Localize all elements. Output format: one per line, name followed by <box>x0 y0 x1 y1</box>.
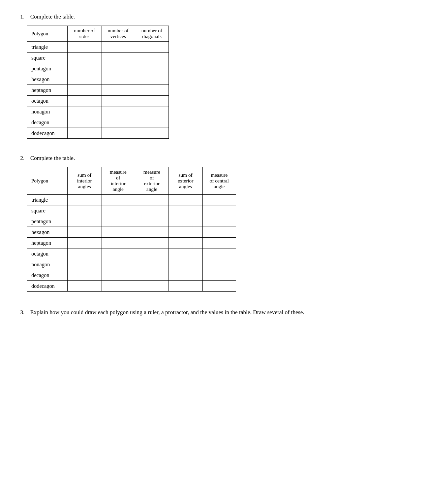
table1-header-diagonals: number ofdiagonals <box>135 26 169 42</box>
polygon-name: dodecagon <box>27 281 68 292</box>
sum-interior-cell <box>68 195 101 205</box>
table-2: Polygon sum ofinteriorangles measureofin… <box>27 167 236 292</box>
measure-exterior-cell <box>135 248 169 259</box>
vertices-cell <box>101 117 135 128</box>
diagonals-cell <box>135 63 169 74</box>
table2-header-measure-exterior: measureofexteriorangle <box>135 167 169 195</box>
polygon-name: triangle <box>27 42 68 53</box>
vertices-cell <box>101 128 135 139</box>
sides-cell <box>68 53 101 63</box>
sum-interior-cell <box>68 227 101 238</box>
sum-exterior-cell <box>169 259 203 270</box>
question-3-text: 3. Explain how you could draw each polyg… <box>20 308 407 317</box>
table-1: Polygon number ofsides number ofvertices… <box>27 26 169 139</box>
sides-cell <box>68 42 101 53</box>
table-row: octagon <box>27 96 169 106</box>
table-row: triangle <box>27 195 236 205</box>
polygon-name: heptagon <box>27 85 68 96</box>
measure-exterior-cell <box>135 259 169 270</box>
measure-exterior-cell <box>135 227 169 238</box>
sides-cell <box>68 74 101 85</box>
sum-exterior-cell <box>169 270 203 281</box>
diagonals-cell <box>135 85 169 96</box>
question-3: 3. Explain how you could draw each polyg… <box>20 308 407 317</box>
diagonals-cell <box>135 42 169 53</box>
measure-interior-cell <box>101 205 135 216</box>
measure-central-cell <box>203 216 236 227</box>
table-row: nonagon <box>27 106 169 117</box>
vertices-cell <box>101 53 135 63</box>
measure-central-cell <box>203 281 236 292</box>
polygon-name: decagon <box>27 270 68 281</box>
polygon-name: nonagon <box>27 106 68 117</box>
measure-interior-cell <box>101 281 135 292</box>
table1-header-vertices: number ofvertices <box>101 26 135 42</box>
sum-exterior-cell <box>169 205 203 216</box>
measure-interior-cell <box>101 195 135 205</box>
measure-central-cell <box>203 238 236 248</box>
table-row: pentagon <box>27 63 169 74</box>
table-row: dodecagon <box>27 128 169 139</box>
table-row: octagon <box>27 248 236 259</box>
diagonals-cell <box>135 53 169 63</box>
sides-cell <box>68 117 101 128</box>
polygon-name: decagon <box>27 117 68 128</box>
sum-exterior-cell <box>169 248 203 259</box>
diagonals-cell <box>135 128 169 139</box>
polygon-name: hexagon <box>27 227 68 238</box>
question-2: 2. Complete the table. Polygon sum ofint… <box>20 155 407 292</box>
table-row: square <box>27 53 169 63</box>
sum-exterior-cell <box>169 281 203 292</box>
sum-exterior-cell <box>169 195 203 205</box>
measure-central-cell <box>203 227 236 238</box>
sum-interior-cell <box>68 216 101 227</box>
table-row: nonagon <box>27 259 236 270</box>
table-row: hexagon <box>27 74 169 85</box>
diagonals-cell <box>135 96 169 106</box>
vertices-cell <box>101 85 135 96</box>
table-row: decagon <box>27 270 236 281</box>
vertices-cell <box>101 63 135 74</box>
measure-interior-cell <box>101 227 135 238</box>
polygon-name: nonagon <box>27 259 68 270</box>
measure-interior-cell <box>101 216 135 227</box>
sides-cell <box>68 96 101 106</box>
measure-central-cell <box>203 259 236 270</box>
question-3-body: Explain how you could draw each polygon … <box>30 309 304 315</box>
question-1: 1. Complete the table. Polygon number of… <box>20 13 407 139</box>
measure-exterior-cell <box>135 195 169 205</box>
measure-exterior-cell <box>135 270 169 281</box>
sum-interior-cell <box>68 205 101 216</box>
measure-central-cell <box>203 205 236 216</box>
diagonals-cell <box>135 74 169 85</box>
measure-central-cell <box>203 195 236 205</box>
table-row: dodecagon <box>27 281 236 292</box>
table2-header-sum-interior: sum ofinteriorangles <box>68 167 101 195</box>
polygon-name: octagon <box>27 248 68 259</box>
diagonals-cell <box>135 117 169 128</box>
measure-interior-cell <box>101 248 135 259</box>
sides-cell <box>68 106 101 117</box>
vertices-cell <box>101 96 135 106</box>
vertices-cell <box>101 42 135 53</box>
sum-interior-cell <box>68 281 101 292</box>
table-row: square <box>27 205 236 216</box>
question-1-number: 1. <box>20 13 25 20</box>
polygon-name: octagon <box>27 96 68 106</box>
table-row: heptagon <box>27 85 169 96</box>
table1-header-polygon: Polygon <box>27 26 68 42</box>
question-1-label: 1. Complete the table. <box>20 13 407 20</box>
table2-header-measure-interior: measureofinteriorangle <box>101 167 135 195</box>
question-3-number: 3. <box>20 309 25 315</box>
measure-exterior-cell <box>135 216 169 227</box>
table-row: hexagon <box>27 227 236 238</box>
table1-header-sides: number ofsides <box>68 26 101 42</box>
polygon-name: pentagon <box>27 216 68 227</box>
sum-interior-cell <box>68 270 101 281</box>
question-2-text: Complete the table. <box>30 155 75 161</box>
sum-interior-cell <box>68 248 101 259</box>
sum-exterior-cell <box>169 216 203 227</box>
question-1-text: Complete the table. <box>30 13 75 20</box>
sum-exterior-cell <box>169 227 203 238</box>
sum-interior-cell <box>68 238 101 248</box>
